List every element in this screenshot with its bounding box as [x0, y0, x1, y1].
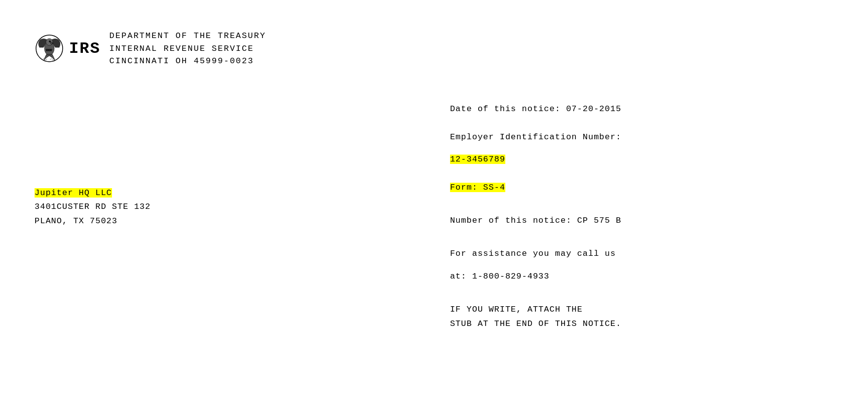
notice-text-block: IF YOU WRITE, ATTACH THE STUB AT THE END…: [450, 303, 833, 331]
assistance-label-line: For assistance you may call us: [450, 247, 833, 260]
ein-label-line: Employer Identification Number:: [450, 130, 833, 144]
stub-line2: STUB AT THE END OF THIS NOTICE.: [450, 317, 833, 331]
street-address: 3401CUSTER RD STE 132: [35, 200, 418, 214]
header-section: ★★★ IRS DEPARTMENT OF THE TREASURY INTER…: [35, 30, 833, 68]
address-block: Jupiter HQ LLC 3401CUSTER RD STE 132 PLA…: [35, 186, 418, 229]
company-name: Jupiter HQ LLC: [35, 186, 418, 201]
document-page: ★★★ IRS DEPARTMENT OF THE TREASURY INTER…: [0, 0, 868, 402]
left-column: Jupiter HQ LLC 3401CUSTER RD STE 132 PLA…: [35, 87, 418, 331]
notice-number-line: Number of this notice: CP 575 B: [450, 214, 833, 227]
date-notice-line: Date of this notice: 07-20-2015: [450, 102, 833, 116]
form-highlighted: Form: SS-4: [450, 183, 505, 192]
svg-text:★★★: ★★★: [46, 49, 52, 51]
city-state-zip: PLANO, TX 75023: [35, 214, 418, 229]
ein-value-highlighted: 12-3456789: [450, 155, 505, 164]
agency-info: DEPARTMENT OF THE TREASURY INTERNAL REVE…: [110, 30, 266, 68]
company-name-highlighted: Jupiter HQ LLC: [35, 188, 112, 198]
info-block: Date of this notice: 07-20-2015 Employer…: [450, 102, 833, 331]
stub-line1: IF YOU WRITE, ATTACH THE: [450, 303, 833, 317]
agency-line2: INTERNAL REVENUE SERVICE: [110, 42, 266, 55]
eagle-icon: ★★★: [35, 34, 64, 63]
svg-point-4: [49, 41, 50, 42]
right-column: Date of this notice: 07-20-2015 Employer…: [450, 87, 833, 331]
agency-line3: CINCINNATI OH 45999-0023: [110, 55, 266, 68]
irs-brand-text: IRS: [69, 40, 101, 58]
ein-value-line: 12-3456789: [450, 153, 833, 166]
irs-logo: ★★★ IRS DEPARTMENT OF THE TREASURY INTER…: [35, 30, 266, 68]
form-line: Form: SS-4: [450, 181, 833, 194]
content-area: Jupiter HQ LLC 3401CUSTER RD STE 132 PLA…: [35, 87, 833, 331]
assistance-value-line: at: 1-800-829-4933: [450, 270, 833, 283]
agency-line1: DEPARTMENT OF THE TREASURY: [110, 30, 266, 42]
